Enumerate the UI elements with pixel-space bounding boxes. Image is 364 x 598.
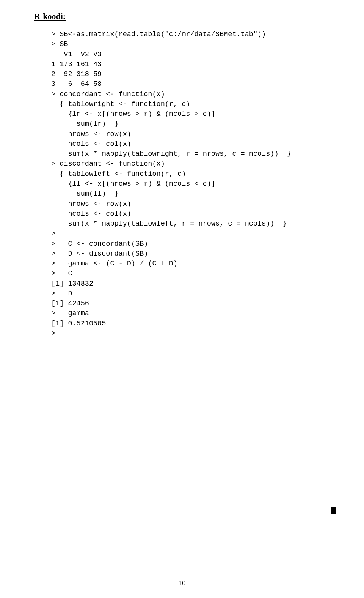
page-number: 10 (0, 579, 364, 587)
document-page: R-koodi: > SB<-as.matrix(read.table("c:/… (0, 0, 364, 598)
code-block: > SB<-as.matrix(read.table("c:/mr/data/S… (51, 30, 330, 339)
end-of-proof-marker (331, 507, 336, 514)
section-heading: R-koodi: (34, 11, 330, 21)
